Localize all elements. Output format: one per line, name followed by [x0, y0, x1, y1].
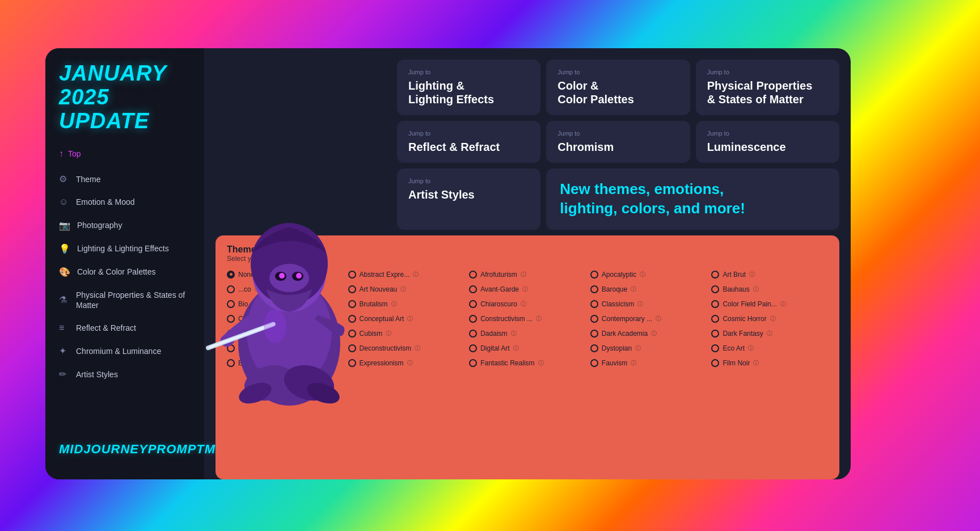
sidebar-item-physical[interactable]: ⚗ Physical Properties & States of Matter: [45, 284, 204, 316]
info-icon-24[interactable]: ⓘ: [767, 330, 772, 338]
theme-name-3: Apocalyptic: [602, 271, 636, 279]
info-icon-12[interactable]: ⓘ: [521, 300, 526, 308]
theme-item-11[interactable]: Brutalism ⓘ: [348, 298, 465, 310]
theme-item-31[interactable]: Expressionism ⓘ: [348, 357, 465, 369]
info-icon-7[interactable]: ⓘ: [522, 285, 528, 293]
theme-item-24[interactable]: Dark Fantasy ⓘ: [711, 327, 828, 340]
sidebar-item-photography[interactable]: 📷 Photography: [45, 214, 204, 237]
theme-item-26[interactable]: Deconstructivism ⓘ: [348, 342, 465, 355]
theme-item-15[interactable]: Comical Horror ⓘ: [227, 313, 344, 325]
theme-item-21[interactable]: Cubism ⓘ: [348, 327, 465, 340]
theme-item-29[interactable]: Eco Art ⓘ: [711, 342, 828, 355]
theme-item-27[interactable]: Digital Art ⓘ: [469, 342, 586, 355]
top-button[interactable]: ↑ Top: [45, 144, 204, 163]
info-icon-26[interactable]: ⓘ: [415, 344, 420, 352]
jump-card-chromism[interactable]: Jump to Chromism: [546, 121, 690, 163]
theme-item-28[interactable]: Dystopian ⓘ: [590, 342, 707, 355]
theme-item-12[interactable]: Chiaroscuro ⓘ: [469, 298, 586, 310]
theme-item-14[interactable]: Color Field Pain... ⓘ: [711, 298, 828, 310]
theme-item-30[interactable]: Euphoric ⓘ: [227, 357, 344, 369]
theme-name-22: Dadaism: [480, 330, 507, 338]
info-icon-14[interactable]: ⓘ: [780, 300, 786, 308]
info-icon-17[interactable]: ⓘ: [536, 315, 542, 323]
theme-item-9[interactable]: Bauhaus ⓘ: [711, 283, 828, 296]
jump-card-lighting[interactable]: Jump to Lighting &Lighting Effects: [397, 60, 540, 115]
theme-item-22[interactable]: Dadaism ⓘ: [469, 327, 586, 340]
jump-card-color[interactable]: Jump to Color &Color Palettes: [546, 60, 690, 115]
theme-radio-30: [227, 359, 235, 367]
info-icon-16[interactable]: ⓘ: [407, 315, 413, 323]
sidebar-item-emotion[interactable]: ☺ Emotion & Mood: [45, 191, 204, 213]
theme-item-4[interactable]: Art Brut ⓘ: [711, 268, 828, 281]
theme-name-0: None: [238, 271, 255, 279]
theme-item-8[interactable]: Baroque ⓘ: [590, 283, 707, 296]
info-icon-27[interactable]: ⓘ: [513, 344, 519, 352]
theme-item-1[interactable]: Abstract Expre... ⓘ: [348, 268, 465, 281]
info-icon-21[interactable]: ⓘ: [386, 330, 391, 338]
jump-card-reflect[interactable]: Jump to Reflect & Refract: [397, 121, 540, 163]
info-icon-31[interactable]: ⓘ: [407, 359, 413, 367]
theme-item-2[interactable]: Afrofuturism ⓘ: [469, 268, 586, 281]
theme-item-18[interactable]: Contemporary ... ⓘ: [590, 313, 707, 325]
theme-item-23[interactable]: Dark Academia ⓘ: [590, 327, 707, 340]
theme-item-34[interactable]: Film Noir ⓘ: [711, 357, 828, 369]
theme-item-5[interactable]: ...co ⓘ: [227, 283, 344, 296]
info-icon-9[interactable]: ⓘ: [753, 285, 759, 293]
info-icon-33[interactable]: ⓘ: [631, 359, 636, 367]
theme-subtitle: Select your theme preferences: [227, 255, 828, 263]
sidebar-item-lighting[interactable]: 💡 Lighting & Lighting Effects: [45, 238, 204, 260]
theme-item-6[interactable]: Art Nouveau ⓘ: [348, 283, 465, 296]
jump-card-physical[interactable]: Jump to Physical Properties& States of M…: [696, 60, 839, 115]
theme-name-26: Deconstructivism: [360, 344, 411, 352]
sidebar-item-theme[interactable]: ⚙ Theme: [45, 168, 204, 190]
info-icon-22[interactable]: ⓘ: [511, 330, 517, 338]
theme-radio-17: [469, 315, 477, 323]
info-icon-28[interactable]: ⓘ: [635, 344, 641, 352]
info-icon-34[interactable]: ⓘ: [753, 359, 759, 367]
jump-to-lighting-label: Jump to: [408, 69, 529, 75]
info-icon-32[interactable]: ⓘ: [538, 359, 544, 367]
theme-item-19[interactable]: Cosmic Horror ⓘ: [711, 313, 828, 325]
theme-radio-24: [711, 330, 719, 338]
info-icon-29[interactable]: ⓘ: [748, 344, 754, 352]
info-icon-15[interactable]: ⓘ: [288, 315, 293, 323]
info-icon-3[interactable]: ⓘ: [640, 271, 645, 279]
theme-item-16[interactable]: Conceptual Art ⓘ: [348, 313, 465, 325]
theme-section: Theme Select your theme preferences None…: [216, 235, 839, 479]
theme-item-25[interactable]: De Stijl ⓘ: [227, 342, 344, 355]
sidebar-item-artist[interactable]: ✏ Artist Styles: [45, 363, 204, 385]
info-icon-19[interactable]: ⓘ: [770, 315, 776, 323]
info-icon-2[interactable]: ⓘ: [521, 271, 526, 279]
info-icon-23[interactable]: ⓘ: [651, 330, 657, 338]
info-icon-6[interactable]: ⓘ: [400, 285, 406, 293]
info-icon-25[interactable]: ⓘ: [263, 344, 269, 352]
sidebar: JANUARY 2025 UPDATE ↑ Top ⚙ Theme ☺ Emot…: [45, 48, 204, 479]
theme-item-33[interactable]: Fauvism ⓘ: [590, 357, 707, 369]
sidebar-item-chromium[interactable]: ✦ Chromium & Luminance: [45, 340, 204, 362]
info-icon-18[interactable]: ⓘ: [656, 315, 661, 323]
info-icon-10[interactable]: ⓘ: [261, 300, 267, 308]
emotion-nav-icon: ☺: [59, 197, 69, 207]
jump-card-luminescence[interactable]: Jump to Luminescence: [696, 121, 839, 163]
info-icon-0[interactable]: ⓘ: [258, 271, 264, 279]
jump-card-artist[interactable]: Jump to Artist Styles: [397, 168, 540, 230]
sidebar-item-reflect[interactable]: ≡ Reflect & Refract: [45, 317, 204, 339]
theme-item-32[interactable]: Fantastic Realism ⓘ: [469, 357, 586, 369]
theme-item-7[interactable]: Avant-Garde ⓘ: [469, 283, 586, 296]
info-icon-13[interactable]: ⓘ: [637, 300, 643, 308]
info-icon-5[interactable]: ⓘ: [255, 285, 260, 293]
theme-item-10[interactable]: Bio Art ⓘ: [227, 298, 344, 310]
theme-name-32: Fantastic Realism: [480, 359, 534, 367]
sidebar-item-color[interactable]: 🎨 Color & Color Palettes: [45, 261, 204, 283]
theme-item-13[interactable]: Classicism ⓘ: [590, 298, 707, 310]
theme-item-20[interactable]: Cottagecore ⓘ: [227, 327, 344, 340]
theme-item-17[interactable]: Constructivism ... ⓘ: [469, 313, 586, 325]
info-icon-30[interactable]: ⓘ: [268, 359, 274, 367]
info-icon-1[interactable]: ⓘ: [413, 271, 419, 279]
info-icon-4[interactable]: ⓘ: [749, 271, 755, 279]
info-icon-8[interactable]: ⓘ: [631, 285, 636, 293]
info-icon-20[interactable]: ⓘ: [278, 330, 284, 338]
theme-item-3[interactable]: Apocalyptic ⓘ: [590, 268, 707, 281]
theme-item-0[interactable]: None ⓘ: [227, 268, 344, 281]
info-icon-11[interactable]: ⓘ: [391, 300, 397, 308]
